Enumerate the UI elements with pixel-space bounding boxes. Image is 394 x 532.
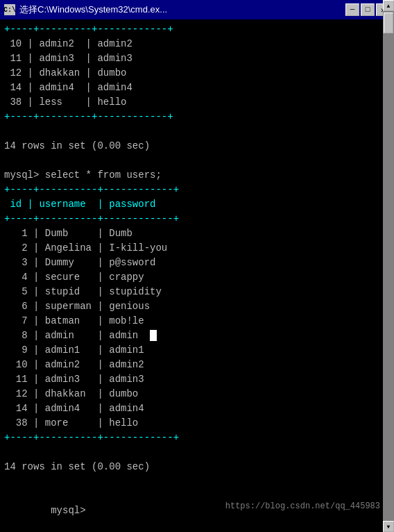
scrollbar-track — [383, 19, 394, 521]
scrollbar[interactable]: ▲ ▼ — [383, 19, 394, 532]
top-table-row: 10 | admin2 | admin2 — [4, 37, 380, 51]
cmd-window: C:\ 选择C:\Windows\System32\cmd.ex... ─ □ … — [0, 0, 394, 532]
title-bar: C:\ 选择C:\Windows\System32\cmd.ex... ─ □ … — [0, 0, 394, 19]
top-row-count: 14 rows in set (0.00 sec) — [4, 139, 380, 153]
terminal-content: +----+---------+------------+ 10 | admin… — [0, 19, 394, 532]
blank-line — [4, 153, 380, 168]
top-table-row: 38 | less | hello — [4, 95, 380, 110]
top-table-row: 11 | admin3 | admin3 — [4, 51, 380, 66]
table-row: 6 | superman | genious — [4, 299, 380, 314]
top-table-border-top: +----+---------+------------+ — [4, 22, 380, 37]
top-table-row: 14 | admin4 | admin4 — [4, 81, 380, 95]
cursor — [150, 330, 157, 341]
sql-command: mysql> select * from users; — [4, 168, 380, 183]
table-row: 8 | admin | admin — [4, 329, 380, 343]
table-row: 10 | admin2 | admin2 — [4, 358, 380, 372]
table-border-bottom: +----+----------+------------+ — [4, 431, 380, 445]
top-table-border-bottom: +----+---------+------------+ — [4, 110, 380, 124]
table-border-top: +----+----------+------------+ — [4, 183, 380, 197]
table-row: 9 | admin1 | admin1 — [4, 343, 380, 358]
window-icon: C:\ — [4, 4, 15, 15]
table-row: 7 | batman | mob!le — [4, 314, 380, 329]
table-row: 11 | admin3 | admin3 — [4, 372, 380, 387]
table-row: 3 | Dummy | p@ssword — [4, 256, 380, 270]
row-count: 14 rows in set (0.00 sec) — [4, 460, 380, 474]
table-header-row: id | username | password — [4, 197, 380, 212]
table-row: 2 | Angelina | I-kill-you — [4, 241, 380, 256]
table-row: 12 | dhakkan | dumbo — [4, 387, 380, 401]
top-table-row: 12 | dhakkan | dumbo — [4, 66, 380, 81]
scrollbar-thumb[interactable] — [384, 19, 393, 33]
table-row: 38 | more | hello — [4, 416, 380, 431]
prompt-text: mysql> — [51, 505, 92, 516]
footer-blank — [4, 445, 380, 460]
scroll-down-button[interactable]: ▼ — [383, 521, 394, 532]
table-row: 14 | admin4 | admin4 — [4, 401, 380, 416]
table-row: 5 | stupid | stupidity — [4, 285, 380, 299]
table-row: 4 | secure | crappy — [4, 270, 380, 285]
maximize-button[interactable]: □ — [361, 3, 375, 16]
table-row: 1 | Dumb | Dumb — [4, 226, 380, 241]
window-title: 选择C:\Windows\System32\cmd.ex... — [19, 3, 345, 16]
table-header-sep: +----+----------+------------+ — [4, 212, 380, 226]
minimize-button[interactable]: ─ — [345, 3, 359, 16]
top-footer-blank — [4, 124, 380, 139]
blank-line-2 — [4, 474, 380, 489]
watermark: https://blog.csdn.net/qq_445983 — [225, 501, 380, 511]
